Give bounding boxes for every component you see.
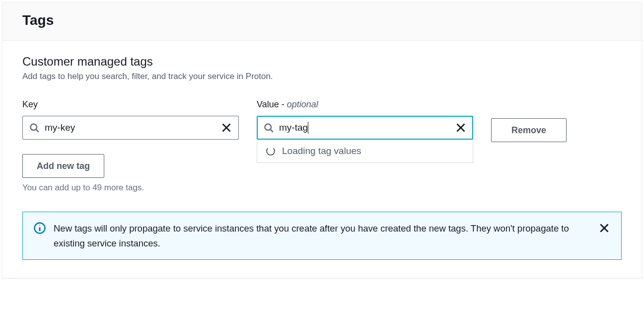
key-field: Key (22, 99, 239, 140)
key-input-wrap[interactable] (22, 116, 239, 140)
tags-panel: Tags Customer managed tags Add tags to h… (2, 2, 642, 278)
info-alert: New tags will only propagate to service … (22, 212, 622, 260)
clear-key-icon[interactable] (220, 122, 232, 134)
spinner-icon (266, 147, 275, 156)
value-label: Value - optional (257, 99, 473, 110)
svg-point-10 (39, 225, 40, 226)
panel-header: Tags (2, 2, 642, 41)
section-heading: Customer managed tags (22, 55, 622, 69)
panel-body: Customer managed tags Add tags to help y… (2, 41, 642, 278)
loading-text: Loading tag values (282, 146, 361, 157)
key-input[interactable] (45, 116, 220, 139)
clear-value-icon[interactable] (455, 122, 467, 134)
loading-item: Loading tag values (257, 140, 473, 162)
value-optional-label: optional (287, 99, 318, 109)
section-description: Add tags to help you search, filter, and… (22, 72, 622, 81)
text-cursor (308, 122, 308, 134)
add-new-tag-button[interactable]: Add new tag (22, 154, 104, 178)
tags-remaining-hint: You can add up to 49 more tags. (22, 183, 622, 193)
value-dropdown: Loading tag values (257, 140, 473, 163)
value-input-text[interactable]: my-tag (279, 122, 308, 133)
search-icon (29, 122, 40, 133)
info-icon (34, 222, 46, 234)
close-alert-icon[interactable] (598, 222, 610, 234)
remove-button[interactable]: Remove (491, 118, 567, 142)
search-icon (263, 122, 274, 133)
alert-message: New tags will only propagate to service … (54, 221, 590, 250)
value-label-text: Value (257, 99, 279, 109)
key-label: Key (22, 99, 239, 110)
remove-column: Remove (491, 99, 567, 142)
svg-point-0 (31, 124, 37, 131)
panel-title: Tags (22, 12, 622, 28)
svg-line-5 (271, 130, 273, 132)
svg-point-4 (265, 124, 272, 131)
tag-row: Key (22, 99, 622, 142)
value-field: Value - optional (257, 99, 473, 140)
svg-line-1 (36, 130, 39, 132)
value-input-wrap[interactable]: my-tag (257, 116, 473, 140)
